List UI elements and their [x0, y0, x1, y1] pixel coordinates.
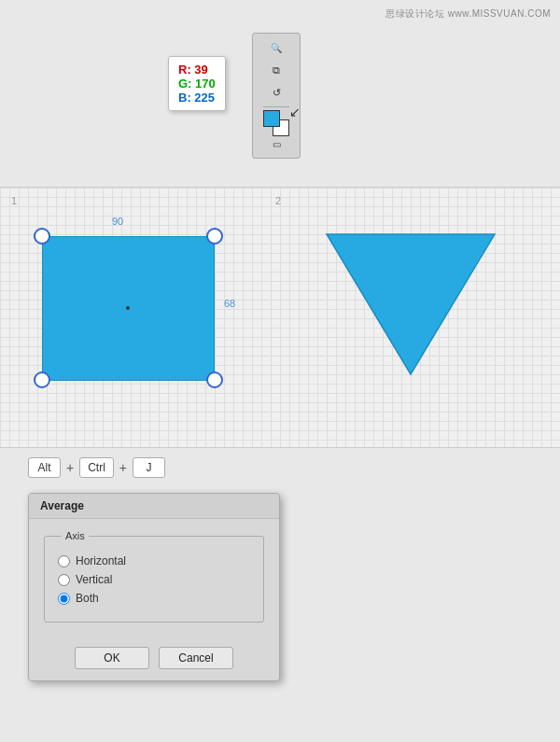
- average-dialog: Average Axis Horizontal Vertical Both OK…: [28, 493, 280, 681]
- triangle-svg: [317, 225, 504, 393]
- cancel-button[interactable]: Cancel: [159, 647, 233, 669]
- axis-legend: Axis: [62, 530, 89, 541]
- color-popup: R: 39 G: 170 B: 225: [168, 56, 226, 111]
- ctrl-key: Ctrl: [79, 457, 114, 478]
- handle-bottom-left[interactable]: [34, 371, 50, 388]
- ok-button[interactable]: OK: [75, 647, 149, 669]
- both-radio[interactable]: [58, 593, 70, 605]
- horizontal-radio-row: Horizontal: [58, 554, 250, 567]
- vertical-radio[interactable]: [58, 574, 70, 586]
- horizontal-label: Horizontal: [76, 554, 126, 567]
- dialog-body: Axis Horizontal Vertical Both: [29, 519, 279, 647]
- shortcut-bar: Alt + Ctrl + J: [28, 457, 165, 478]
- zoom-tool-btn[interactable]: 🔍: [266, 37, 287, 58]
- height-dimension-label: 68: [224, 298, 235, 309]
- alt-key: Alt: [28, 457, 61, 478]
- copy-tool-btn[interactable]: ⧉: [266, 60, 287, 80]
- watermark-text: 思绿设计论坛 www.MISSVUAN.COM: [385, 7, 551, 21]
- svg-marker-0: [327, 234, 495, 374]
- canvas-area: 1 2 90 68: [0, 187, 560, 448]
- shape-number-1: 1: [11, 195, 17, 206]
- both-radio-row: Both: [58, 592, 250, 605]
- g-value: G: 170: [178, 77, 216, 91]
- rotate-icon: ↺: [273, 87, 281, 99]
- center-dot: [126, 306, 130, 310]
- width-dimension-label: 90: [112, 216, 123, 227]
- vertical-label: Vertical: [76, 573, 112, 586]
- vertical-radio-row: Vertical: [58, 573, 250, 586]
- shape-number-2: 2: [275, 195, 281, 206]
- toolbar-divider: [263, 106, 289, 107]
- handle-top-right[interactable]: [206, 228, 223, 245]
- j-key: J: [133, 457, 165, 478]
- zoom-icon: 🔍: [271, 43, 282, 53]
- foreground-swatch[interactable]: [263, 110, 280, 127]
- plus-1: +: [66, 460, 74, 475]
- triangle-shape[interactable]: [317, 225, 504, 393]
- swap-colors-icon[interactable]: ↙: [289, 105, 301, 119]
- both-label: Both: [76, 592, 99, 605]
- dialog-footer: OK Cancel: [29, 647, 279, 680]
- dialog-title: Average: [29, 494, 279, 519]
- b-value: B: 225: [178, 91, 216, 105]
- horizontal-radio[interactable]: [58, 555, 70, 567]
- rotate-tool-btn[interactable]: ↺: [266, 82, 287, 103]
- plus-2: +: [119, 460, 127, 475]
- handle-top-left[interactable]: [34, 228, 50, 245]
- r-value: R: 39: [178, 63, 216, 77]
- handle-bottom-right[interactable]: [206, 371, 223, 388]
- copy-icon: ⧉: [273, 64, 280, 77]
- axis-fieldset: Axis Horizontal Vertical Both: [44, 530, 264, 623]
